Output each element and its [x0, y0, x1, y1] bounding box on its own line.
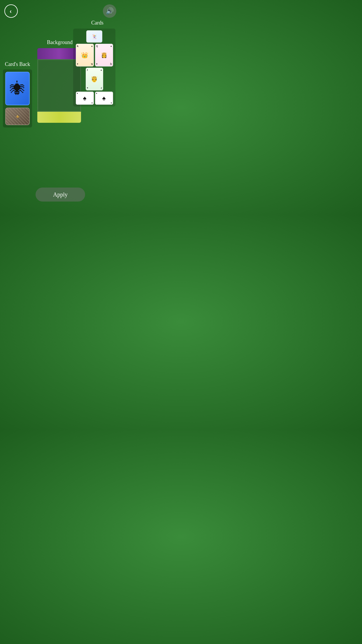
back-button[interactable]: ‹	[4, 4, 18, 18]
cards-bottom-row: ♠ ♠ ♠ ♠ ♠ ♠	[75, 92, 114, 105]
cards-middle-row: K ♠ 👑 K ♠ Q ♠ 👸 Q ♠	[75, 44, 114, 66]
card-corner-label-br: ♠	[92, 102, 93, 104]
spade-card-2[interactable]: ♠ ♠ ♠	[95, 92, 113, 105]
cards-top-row: 🃏	[75, 30, 114, 43]
card-corner-label-2: ♠	[96, 92, 97, 94]
card-corner-label: ♠	[77, 92, 78, 94]
queen-of-spades-card[interactable]: Q ♠ 👸 Q ♠	[95, 44, 113, 66]
apply-button[interactable]: Apply	[36, 188, 85, 202]
cards-section: 🃏 K ♠ 👑 K ♠ Q ♠	[73, 29, 115, 106]
king-of-spades-card[interactable]: K ♠ 👑 K ♠	[76, 44, 94, 66]
spider-icon: 🕷	[10, 80, 25, 97]
sound-button[interactable]: 🔊	[103, 4, 116, 18]
background-yellow-strip[interactable]	[37, 112, 81, 123]
chevron-left-icon: ‹	[10, 8, 12, 15]
ornate-text: ⚜️	[16, 115, 19, 118]
cards-jack-row: J ♠ 🤴 J ♠	[75, 68, 114, 90]
cards-back-label: Card's Back	[3, 61, 32, 67]
card-corner-label-br-2: ♠	[111, 102, 112, 104]
ornate-pattern: ⚜️	[6, 108, 29, 125]
spade-card-1[interactable]: ♠ ♠ ♠	[76, 92, 94, 105]
card-back-ornate[interactable]: ⚜️	[5, 108, 30, 125]
top-card[interactable]: 🃏	[86, 30, 102, 43]
cards-label: Cards	[80, 20, 115, 26]
sound-icon: 🔊	[106, 7, 114, 15]
card-back-blue[interactable]: 🕷	[5, 72, 30, 105]
jack-of-spades-card[interactable]: J ♠ 🤴 J ♠	[86, 68, 103, 90]
cards-back-section: 🕷 ⚜️	[3, 69, 32, 127]
joker-face: 🃏	[87, 31, 102, 42]
